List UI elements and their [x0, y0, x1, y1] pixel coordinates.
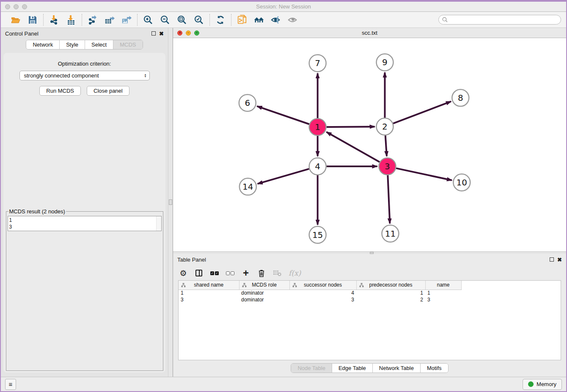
- edge-1-2[interactable]: [327, 127, 375, 127]
- graph-node-14[interactable]: 14: [239, 178, 256, 195]
- edge-2-8[interactable]: [393, 102, 451, 124]
- search-field[interactable]: [438, 15, 561, 25]
- delete-column-icon[interactable]: [257, 268, 266, 278]
- tab-style[interactable]: Style: [59, 40, 85, 49]
- network-window-titlebar: ✕ − + scc.txt: [173, 28, 566, 38]
- column-header-predecessor-nodes[interactable]: predecessor nodes: [356, 281, 425, 290]
- panel-splitter-horizontal[interactable]: [173, 251, 566, 254]
- criterion-selected-value: strongly connected component: [24, 72, 99, 79]
- table-toolbar: ⚙ ✓✓ + f(x): [173, 265, 566, 280]
- status-bar: ≡ Memory: [1, 377, 566, 391]
- export-image-icon[interactable]: [121, 14, 132, 25]
- optimization-criterion-label: Optimization criterion:: [58, 61, 111, 67]
- zoom-in-icon[interactable]: [143, 14, 154, 25]
- function-builder-icon: f(x): [289, 268, 301, 278]
- import-table-icon[interactable]: [66, 14, 77, 25]
- result-item: 3: [9, 224, 160, 230]
- network-title: scc.txt: [173, 30, 566, 36]
- tab-mcds[interactable]: MCDS: [113, 40, 142, 49]
- control-panel-header: Control Panel ✖: [1, 28, 168, 39]
- column-header-successor-nodes[interactable]: successor nodes: [289, 281, 356, 290]
- network-canvas[interactable]: 7968124314101511: [173, 38, 566, 251]
- svg-text:10: 10: [457, 177, 467, 188]
- svg-text:14: 14: [242, 182, 253, 192]
- open-file-icon[interactable]: [10, 14, 21, 25]
- session-title: Session: New Session: [1, 3, 566, 10]
- mcds-result-list[interactable]: 1 3: [8, 216, 162, 231]
- graph-node-9[interactable]: 9: [376, 54, 393, 71]
- edge-1-6[interactable]: [257, 106, 309, 124]
- float-panel-icon[interactable]: [151, 31, 156, 36]
- tab-network-table[interactable]: Network Table: [372, 364, 420, 373]
- share-document-icon[interactable]: [237, 14, 248, 25]
- mcds-result-title: MCDS result (2 nodes): [8, 208, 66, 215]
- table-settings-icon[interactable]: ⚙: [179, 268, 187, 278]
- graph-node-11[interactable]: 11: [382, 225, 399, 242]
- graph-node-2[interactable]: 2: [376, 118, 393, 135]
- graph-node-6[interactable]: 6: [239, 94, 256, 111]
- export-table-icon[interactable]: [104, 14, 115, 25]
- select-all-icon[interactable]: ✓✓: [210, 268, 219, 278]
- memory-status-icon: [528, 381, 534, 387]
- zoom-selected-icon[interactable]: [193, 14, 204, 25]
- memory-label: Memory: [537, 381, 556, 387]
- search-input[interactable]: [450, 17, 557, 23]
- refresh-icon[interactable]: [215, 14, 226, 25]
- graph-node-4[interactable]: 4: [309, 158, 326, 175]
- memory-button[interactable]: Memory: [523, 379, 562, 390]
- column-header-name[interactable]: name: [425, 281, 461, 290]
- close-panel-icon[interactable]: ✖: [159, 31, 164, 36]
- splitter-grip[interactable]: [169, 199, 172, 205]
- tab-network[interactable]: Network: [26, 40, 59, 49]
- mcds-result-fieldset: MCDS result (2 nodes) 1 3: [6, 208, 163, 371]
- graph-node-15[interactable]: 15: [309, 226, 326, 243]
- import-network-icon[interactable]: [49, 14, 60, 25]
- table-panel-header: Table Panel ✖: [173, 254, 566, 265]
- tab-motifs[interactable]: Motifs: [420, 364, 448, 373]
- attribute-type-icon: [292, 283, 297, 287]
- attribute-type-icon: [359, 283, 364, 287]
- attribute-type-icon: [242, 283, 247, 287]
- graph-node-8[interactable]: 8: [452, 89, 469, 106]
- svg-text:1: 1: [315, 122, 320, 132]
- save-session-icon[interactable]: [27, 14, 38, 25]
- splitter-grip[interactable]: [370, 252, 374, 254]
- hide-details-icon[interactable]: [270, 14, 281, 25]
- add-column-icon[interactable]: +: [242, 268, 250, 278]
- tab-select[interactable]: Select: [85, 40, 113, 49]
- show-details-icon[interactable]: [287, 14, 298, 25]
- run-mcds-button[interactable]: Run MCDS: [39, 86, 81, 96]
- svg-text:15: 15: [312, 230, 323, 240]
- edge-3-1[interactable]: [327, 132, 380, 162]
- svg-text:9: 9: [382, 57, 388, 67]
- export-network-icon[interactable]: [87, 14, 98, 25]
- edge-3-10[interactable]: [396, 168, 452, 180]
- tab-node-table[interactable]: Node Table: [291, 364, 332, 373]
- column-visibility-icon[interactable]: [195, 268, 203, 278]
- table-tab-group: Node Table Edge Table Network Table Moti…: [291, 363, 448, 373]
- edge-4-14[interactable]: [258, 169, 309, 184]
- close-panel-icon[interactable]: ✖: [557, 257, 562, 262]
- panel-splitter-vertical[interactable]: [168, 28, 173, 377]
- tab-edge-table[interactable]: Edge Table: [332, 364, 372, 373]
- table-panel-title: Table Panel: [177, 257, 206, 263]
- network-view-window: ✕ − + scc.txt 7968124314101511: [173, 28, 566, 251]
- edge-3-11[interactable]: [388, 175, 390, 224]
- zoom-out-icon[interactable]: [160, 14, 171, 25]
- graph-node-3[interactable]: 3: [379, 158, 396, 175]
- home-networks-icon[interactable]: [253, 14, 264, 25]
- deselect-all-icon[interactable]: [226, 268, 234, 278]
- graph-node-7[interactable]: 7: [309, 55, 326, 72]
- float-panel-icon[interactable]: [550, 257, 554, 262]
- close-panel-button[interactable]: Close panel: [87, 86, 129, 96]
- zoom-fit-icon[interactable]: [176, 14, 187, 25]
- column-header-shared-name[interactable]: shared name: [179, 281, 239, 290]
- edge-2-3[interactable]: [385, 135, 387, 156]
- graph-node-10[interactable]: 10: [453, 174, 470, 191]
- column-header-mcds-role[interactable]: MCDS role: [239, 281, 289, 290]
- criterion-select[interactable]: strongly connected component ▲▼: [19, 71, 150, 80]
- graph-node-1[interactable]: 1: [309, 119, 326, 135]
- table-row[interactable]: 3 dominator 3 2 3: [179, 296, 461, 303]
- table-row[interactable]: 1 dominator 4 1 1: [179, 290, 461, 296]
- task-history-button[interactable]: ≡: [5, 379, 16, 390]
